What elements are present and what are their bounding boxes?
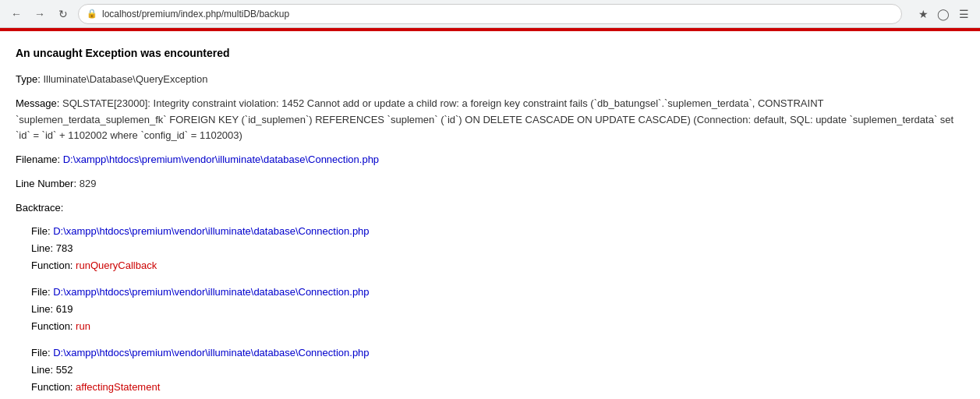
error-line-section: Line Number: 829 xyxy=(16,176,964,192)
backtrace-2-file: File: D:\xampp\htdocs\premium\vendor\ill… xyxy=(31,344,964,362)
backtrace-0-line: Line: 783 xyxy=(31,240,964,257)
backtrace-header: Backtrace: xyxy=(16,200,964,217)
back-button[interactable]: ← xyxy=(8,5,25,23)
error-type-section: Type: Illuminate\Database\QueryException xyxy=(16,72,964,88)
backtrace-1-file: File: D:\xampp\htdocs\premium\vendor\ill… xyxy=(31,284,964,301)
address-bar[interactable]: 🔒 localhost/premium/index.php/multiDB/ba… xyxy=(78,4,902,24)
browser-actions: ★ ◯ ☰ xyxy=(915,5,972,23)
browser-chrome: ← → ↻ 🔒 localhost/premium/index.php/mult… xyxy=(0,0,980,28)
line-label: Line Number: xyxy=(16,178,76,189)
backtrace-2-line: Line: 552 xyxy=(31,362,964,379)
error-title: An uncaught Exception was encountered xyxy=(16,47,964,59)
backtrace-item-0: File: D:\xampp\htdocs\premium\vendor\ill… xyxy=(31,223,964,274)
lock-icon: 🔒 xyxy=(87,9,97,19)
error-message-section: Message: SQLSTATE[23000]: Integrity cons… xyxy=(16,96,964,144)
bookmark-button[interactable]: ★ xyxy=(915,5,932,23)
filename-label: Filename: xyxy=(16,154,60,165)
error-filename-section: Filename: D:\xampp\htdocs\premium\vendor… xyxy=(16,152,964,168)
type-value: Illuminate\Database\QueryException xyxy=(43,73,207,85)
filename-value: D:\xampp\htdocs\premium\vendor\illuminat… xyxy=(63,154,379,165)
backtrace-0-file: File: D:\xampp\htdocs\premium\vendor\ill… xyxy=(31,223,964,240)
menu-button[interactable]: ☰ xyxy=(955,5,972,23)
message-label: Message: xyxy=(16,97,59,109)
forward-button[interactable]: → xyxy=(31,5,48,23)
backtrace-1-func: Function: run xyxy=(31,318,964,335)
backtrace-1-line: Line: 619 xyxy=(31,301,964,318)
backtrace-item-1: File: D:\xampp\htdocs\premium\vendor\ill… xyxy=(31,284,964,335)
reload-button[interactable]: ↻ xyxy=(55,5,72,23)
backtrace-2-func: Function: affectingStatement xyxy=(31,379,964,396)
backtrace-section: Backtrace: File: D:\xampp\htdocs\premium… xyxy=(16,200,964,397)
error-content: An uncaught Exception was encountered Ty… xyxy=(0,31,980,399)
type-label: Type: xyxy=(16,73,41,85)
backtrace-0-func: Function: runQueryCallback xyxy=(31,257,964,274)
url-text: localhost/premium/index.php/multiDB/back… xyxy=(102,9,289,19)
backtrace-item-2: File: D:\xampp\htdocs\premium\vendor\ill… xyxy=(31,344,964,396)
message-value: SQLSTATE[23000]: Integrity constraint vi… xyxy=(16,97,953,142)
line-value: 829 xyxy=(80,178,97,189)
history-button[interactable]: ◯ xyxy=(935,5,952,23)
